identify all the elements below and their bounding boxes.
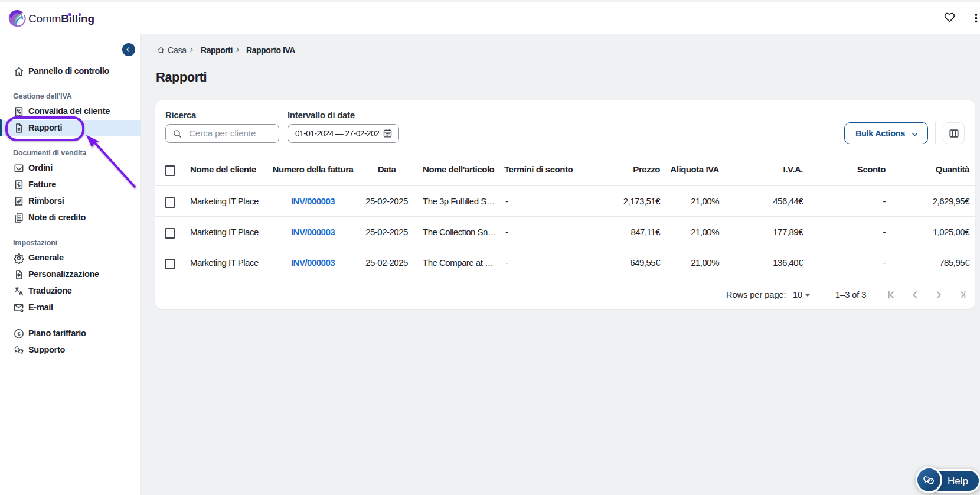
svg-text:€: € [17,181,21,188]
svg-text:€: € [18,330,21,337]
